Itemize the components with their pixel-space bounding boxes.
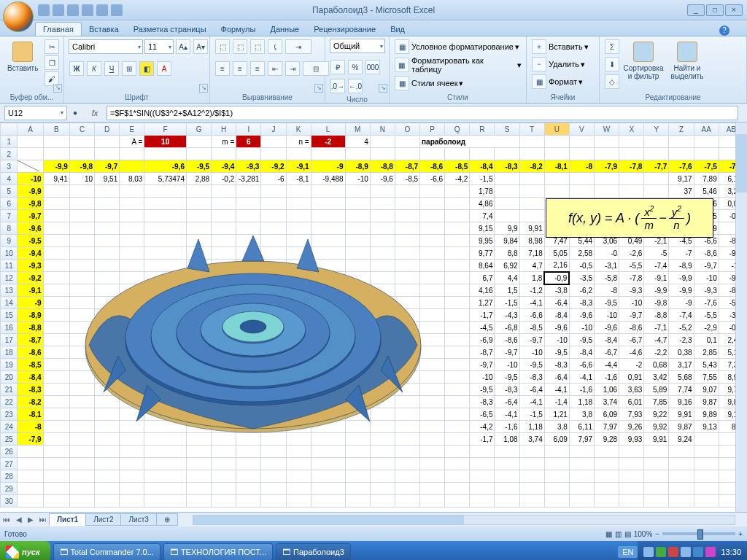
- row-header[interactable]: 13: [1, 284, 18, 297]
- col-header[interactable]: U: [544, 123, 569, 136]
- row-header[interactable]: 28: [1, 470, 18, 483]
- clear-button[interactable]: ◇: [605, 74, 619, 89]
- row-header[interactable]: 27: [1, 458, 18, 470]
- insert-cells-button[interactable]: ＋Вставить ▾: [531, 39, 589, 55]
- col-header[interactable]: A: [18, 123, 43, 136]
- zoom-slider[interactable]: [662, 532, 735, 535]
- tab-insert[interactable]: Вставка: [82, 23, 126, 36]
- view-layout-icon[interactable]: ▥: [615, 530, 622, 538]
- formula-input[interactable]: =$F$1*SIN((U$3^2+$A12^2)/$I$1): [107, 106, 738, 120]
- tray-icon[interactable]: [643, 547, 654, 557]
- percent-button[interactable]: %: [348, 60, 363, 74]
- col-header[interactable]: R: [470, 123, 495, 136]
- row-header[interactable]: 16: [1, 322, 18, 334]
- row-header[interactable]: 6: [1, 198, 18, 210]
- office-button[interactable]: [3, 1, 34, 32]
- col-header[interactable]: AA: [694, 123, 719, 136]
- border-button[interactable]: ⊞: [122, 61, 136, 76]
- number-launcher[interactable]: ↘: [379, 84, 387, 93]
- row-header[interactable]: 3: [1, 160, 18, 173]
- row-header[interactable]: 18: [1, 346, 18, 359]
- row-header[interactable]: 1: [1, 136, 18, 148]
- row-header[interactable]: 30: [1, 495, 18, 508]
- tray-icon[interactable]: [705, 547, 716, 557]
- sheet-nav-last[interactable]: ⏭: [36, 516, 50, 524]
- qat-print-icon[interactable]: [82, 4, 93, 16]
- qat-redo-icon[interactable]: [67, 4, 79, 16]
- indent-dec-button[interactable]: ⇤: [268, 61, 282, 76]
- tab-review[interactable]: Рецензирование: [306, 23, 383, 36]
- align-middle-button[interactable]: ⬚: [233, 39, 247, 54]
- qat-undo-icon[interactable]: [53, 4, 64, 16]
- tray-icon[interactable]: [668, 547, 678, 557]
- row-header[interactable]: 23: [1, 408, 18, 421]
- col-header[interactable]: L: [311, 123, 345, 136]
- taskbar-clock[interactable]: 13:30: [721, 548, 741, 556]
- tab-data[interactable]: Данные: [263, 23, 306, 36]
- autosum-button[interactable]: Σ: [605, 39, 619, 54]
- qat-save-icon[interactable]: [38, 4, 50, 16]
- col-header[interactable]: I: [236, 123, 261, 136]
- copy-button[interactable]: ❐: [44, 55, 59, 70]
- col-header[interactable]: G: [186, 123, 211, 136]
- indent-inc-button[interactable]: ⇥: [285, 61, 300, 76]
- col-header[interactable]: S: [495, 123, 519, 136]
- zoom-out-button[interactable]: −: [655, 530, 659, 538]
- sheet-tab-3[interactable]: Лист3: [120, 513, 156, 526]
- grow-font-button[interactable]: A▴: [176, 39, 190, 54]
- paste-button[interactable]: Вставить: [4, 39, 41, 75]
- number-format-combo[interactable]: Общий: [330, 39, 385, 53]
- align-right-button[interactable]: ≡: [250, 61, 265, 76]
- taskbar-item-excel[interactable]: 🗔 Параболоид3: [276, 543, 351, 560]
- tray-icon[interactable]: [656, 547, 666, 557]
- tab-home[interactable]: Главная: [35, 22, 82, 36]
- row-header[interactable]: 20: [1, 371, 18, 384]
- sheet-tab-2[interactable]: Лист2: [85, 513, 121, 526]
- row-header[interactable]: 29: [1, 483, 18, 495]
- col-header[interactable]: Y: [644, 123, 669, 136]
- qat-preview-icon[interactable]: [111, 4, 123, 16]
- inc-decimal-button[interactable]: .0→: [330, 79, 345, 93]
- col-header[interactable]: H: [212, 123, 236, 136]
- cut-button[interactable]: ✂: [44, 39, 59, 54]
- format-cells-button[interactable]: ▦Формат ▾: [531, 74, 583, 90]
- col-header[interactable]: P: [420, 123, 445, 136]
- currency-button[interactable]: ₽: [330, 60, 345, 74]
- italic-button[interactable]: К: [87, 61, 101, 76]
- tray-icon[interactable]: [681, 547, 691, 557]
- col-header[interactable]: F: [144, 123, 187, 136]
- format-table-button[interactable]: ▦Форматировать как таблицу ▾: [394, 56, 522, 74]
- sheet-nav-prev[interactable]: ◀: [13, 516, 25, 524]
- row-header[interactable]: 21: [1, 384, 18, 396]
- fill-color-button[interactable]: ◧: [139, 61, 154, 76]
- row-header[interactable]: 24: [1, 421, 18, 433]
- font-launcher[interactable]: ↘: [199, 84, 208, 93]
- zoom-level[interactable]: 100%: [634, 530, 653, 538]
- col-header[interactable]: Z: [669, 123, 694, 136]
- align-top-button[interactable]: ⬚: [215, 39, 230, 54]
- row-header[interactable]: 5: [1, 185, 18, 198]
- row-header[interactable]: 4: [1, 173, 18, 185]
- sheet-nav-next[interactable]: ▶: [25, 516, 36, 524]
- align-launcher[interactable]: ↘: [314, 84, 323, 93]
- fx-cancel-button[interactable]: ●: [68, 106, 82, 120]
- minimize-button[interactable]: _: [687, 4, 705, 16]
- sheet-nav-first[interactable]: ⏮: [0, 516, 13, 524]
- zoom-in-button[interactable]: +: [738, 530, 743, 538]
- font-name-combo[interactable]: Calibri: [69, 39, 143, 54]
- row-header[interactable]: 11: [1, 260, 18, 272]
- taskbar-item-word[interactable]: 🗔 ТЕХНОЛОГИЯ ПОСТ...: [163, 543, 273, 560]
- orientation-button[interactable]: ⤹: [268, 39, 282, 54]
- shrink-font-button[interactable]: A▾: [193, 39, 208, 54]
- col-header[interactable]: B: [43, 123, 69, 136]
- col-header[interactable]: V: [569, 123, 594, 136]
- find-select-button[interactable]: Найти и выделить: [667, 39, 708, 83]
- font-color-button[interactable]: A: [157, 61, 171, 76]
- wrap-text-button[interactable]: ⇥: [285, 39, 311, 54]
- col-header[interactable]: O: [395, 123, 419, 136]
- col-header[interactable]: C: [69, 123, 94, 136]
- col-header[interactable]: X: [619, 123, 644, 136]
- row-header[interactable]: 7: [1, 210, 18, 222]
- fill-button[interactable]: ⬇: [605, 57, 619, 71]
- row-header[interactable]: 26: [1, 446, 18, 458]
